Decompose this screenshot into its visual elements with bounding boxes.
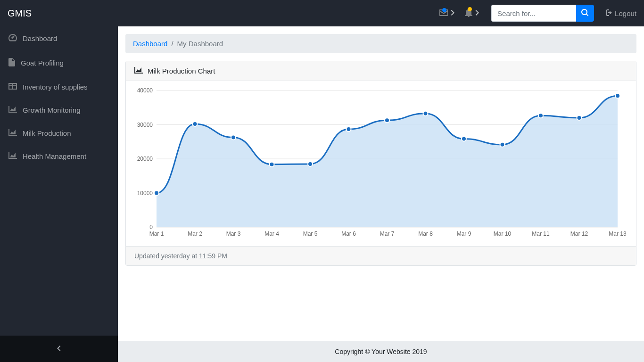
file-icon (8, 58, 15, 68)
logout-link[interactable]: Logout (604, 9, 636, 17)
sidebar: Dashboard Goat Profiling Inventory of su… (0, 26, 118, 362)
svg-point-35 (615, 93, 620, 98)
breadcrumb: Dashboard / My Dashboard (125, 34, 636, 53)
area-chart-icon (134, 67, 143, 75)
svg-text:Mar 9: Mar 9 (457, 230, 471, 237)
sidebar-item-label: Inventory of supplies (23, 83, 88, 91)
svg-text:Mar 8: Mar 8 (418, 230, 433, 237)
sidebar-item-label: Growth Monitoring (23, 106, 81, 114)
sidebar-item-label: Milk Production (23, 129, 71, 137)
svg-text:Mar 11: Mar 11 (532, 230, 550, 237)
chart-card: Milk Production Chart 010000200003000040… (125, 61, 636, 266)
content-inner: Dashboard / My Dashboard Milk Production… (118, 26, 644, 341)
sidebar-collapse-toggle[interactable] (0, 336, 118, 362)
svg-point-34 (577, 115, 582, 120)
svg-text:40000: 40000 (137, 87, 153, 94)
svg-point-33 (538, 113, 543, 118)
svg-text:30000: 30000 (137, 122, 153, 128)
svg-point-23 (154, 191, 159, 196)
svg-text:Mar 2: Mar 2 (188, 230, 202, 237)
card-body: 010000200003000040000Mar 1Mar 2Mar 3Mar … (126, 81, 636, 246)
sidebar-item-health-management[interactable]: Health Management (0, 145, 118, 168)
top-navbar: GMIS (0, 0, 644, 26)
chevron-right-icon (475, 10, 479, 17)
chevron-right-icon (451, 10, 454, 17)
sidebar-item-inventory[interactable]: Inventory of supplies (0, 75, 118, 99)
sidebar-item-dashboard[interactable]: Dashboard (0, 26, 118, 50)
sidebar-item-goat-profiling[interactable]: Goat Profiling (0, 50, 118, 75)
svg-point-32 (500, 142, 505, 147)
svg-point-31 (462, 137, 466, 141)
alerts-badge (468, 7, 472, 11)
svg-text:Mar 3: Mar 3 (226, 230, 241, 237)
messages-badge (442, 8, 446, 12)
svg-text:Mar 12: Mar 12 (570, 230, 588, 237)
svg-text:0: 0 (149, 224, 153, 230)
sidebar-item-milk-production[interactable]: Milk Production (0, 122, 118, 145)
page-footer: Copyright © Your Website 2019 (118, 341, 644, 362)
svg-text:10000: 10000 (137, 190, 153, 197)
svg-text:20000: 20000 (137, 156, 153, 162)
sidebar-item-label: Dashboard (23, 34, 57, 42)
breadcrumb-root-link[interactable]: Dashboard (133, 40, 167, 48)
search-button[interactable] (576, 5, 594, 22)
table-icon (8, 83, 17, 91)
svg-point-30 (423, 111, 428, 116)
sidebar-item-label: Health Management (23, 152, 86, 160)
tachometer-icon (8, 34, 17, 43)
breadcrumb-current: My Dashboard (177, 40, 223, 48)
svg-text:Mar 10: Mar 10 (494, 230, 512, 237)
alerts-dropdown[interactable] (462, 8, 482, 18)
svg-point-25 (231, 135, 236, 140)
card-header: Milk Production Chart (126, 61, 636, 81)
svg-text:Mar 4: Mar 4 (264, 230, 279, 237)
svg-point-24 (193, 122, 198, 126)
card-footer: Updated yesterday at 11:59 PM (126, 246, 636, 265)
messages-dropdown[interactable] (437, 9, 457, 17)
svg-point-26 (270, 162, 274, 167)
area-chart-icon (8, 129, 17, 137)
search-input[interactable] (491, 5, 576, 22)
chevron-left-icon (57, 345, 61, 353)
svg-text:Mar 6: Mar 6 (341, 230, 356, 237)
svg-text:Mar 5: Mar 5 (303, 230, 318, 237)
breadcrumb-separator: / (171, 40, 173, 48)
svg-point-28 (347, 127, 351, 132)
svg-text:Mar 7: Mar 7 (380, 230, 395, 237)
svg-point-29 (385, 118, 389, 123)
logout-label: Logout (615, 9, 636, 17)
svg-point-27 (308, 162, 313, 166)
area-chart-icon (8, 106, 17, 114)
svg-text:Mar 13: Mar 13 (609, 230, 627, 237)
logout-icon (604, 9, 612, 17)
milk-production-chart: 010000200003000040000Mar 1Mar 2Mar 3Mar … (126, 86, 629, 241)
brand-logo[interactable]: GMIS (8, 8, 41, 19)
main-content: Dashboard / My Dashboard Milk Production… (118, 26, 644, 362)
sidebar-item-label: Goat Profiling (21, 59, 64, 67)
sidebar-item-growth-monitoring[interactable]: Growth Monitoring (0, 99, 118, 122)
navbar-right: Logout (437, 5, 636, 22)
search-icon (581, 9, 589, 18)
svg-text:Mar 1: Mar 1 (149, 230, 164, 237)
search-form (491, 5, 594, 22)
card-title: Milk Production Chart (148, 67, 215, 75)
area-chart-icon (8, 152, 17, 160)
